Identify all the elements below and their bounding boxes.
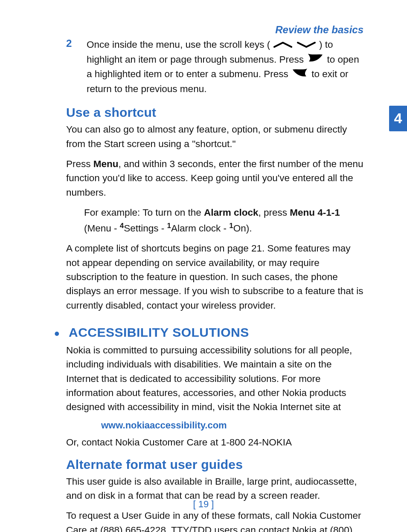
accessibility-link[interactable]: www.nokiaaccessibility.com [101,420,364,431]
step-2: 2 Once inside the menu, use the scroll k… [66,38,364,96]
superscript-1: 1 [229,222,233,230]
bold-menu: Menu [93,159,119,169]
bold-menu-code: Menu 4-1-1 [290,207,340,218]
text: Alarm clock - [171,223,229,234]
page-number: [ 19 ] [0,499,407,510]
superscript-4: 4 [120,222,124,230]
heading-accessibility-solutions: ACCESSIBILITY SOLUTIONS [69,325,249,339]
back-key-icon [292,68,308,82]
select-key-icon [307,53,323,67]
accessibility-contact: Or, contact Nokia Customer Care at 1-800… [66,435,364,449]
heading-use-a-shortcut: Use a shortcut [66,105,364,120]
shortcut-example: For example: To turn on the Alarm clock,… [84,205,364,236]
page-body: 2 Once inside the menu, use the scroll k… [66,38,364,532]
example-line-2: (Menu - 4Settings - 1Alarm clock - 1On). [84,221,364,235]
text: On). [233,223,252,234]
text: (Menu - [84,223,120,234]
running-header: Review the basics [275,24,363,36]
scroll-up-icon [273,38,292,52]
chapter-tab: 4 [389,106,407,131]
bullet-icon: • [54,326,60,341]
step-number: 2 [66,38,72,49]
shortcut-press-menu: Press Menu, and within 3 seconds, enter … [66,157,364,200]
step-2-text: Once inside the menu, use the scroll key… [87,38,364,96]
text: , press [259,207,290,218]
alternate-format-p2: To request a User Guide in any of these … [66,509,364,532]
text: Settings - [124,223,167,234]
scroll-down-icon [297,38,316,52]
text: Once inside the menu, use the scroll key… [87,39,270,50]
superscript-1: 1 [167,222,171,230]
text: Press [66,159,93,169]
section-accessibility: • ACCESSIBILITY SOLUTIONS [55,325,364,340]
accessibility-intro: Nokia is committed to pursuing accessibi… [66,343,364,414]
text: For example: To turn on the [84,207,204,218]
shortcut-note: A complete list of shortcuts begins on p… [66,241,364,312]
bold-alarm-clock: Alarm clock [204,207,259,218]
heading-alternate-format: Alternate format user guides [66,457,364,472]
shortcut-intro: You can also go to almost any feature, o… [66,122,364,151]
example-line-1: For example: To turn on the Alarm clock,… [84,205,364,220]
